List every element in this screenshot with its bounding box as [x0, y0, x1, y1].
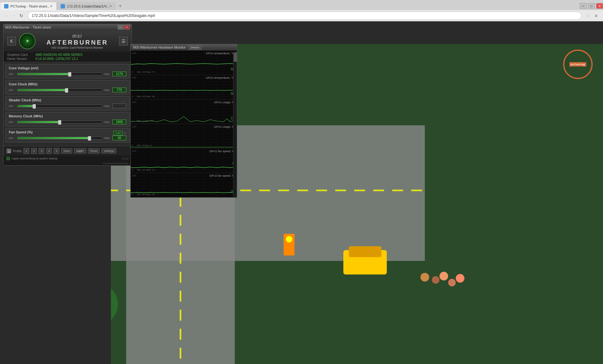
browser-minimize-button[interactable]: ─ [580, 3, 587, 9]
new-tab-button[interactable]: + [116, 2, 125, 10]
forward-button[interactable]: → [10, 12, 18, 19]
hw-detach-button[interactable]: Detach [188, 45, 202, 50]
afterburner-left-button[interactable]: K [7, 37, 16, 46]
driver-label: Driver Version [7, 57, 35, 61]
gpu1-usage-svg [131, 99, 237, 124]
startup-label: Apply overclocking at system startup [12, 157, 57, 160]
fan-speed-header-row: Fan Speed (%) Auto [9, 130, 126, 136]
ab-controls-area: Core Voltage (mV) Min Max 1174 Core Cloc… [3, 62, 132, 146]
browser-tabs: PCTuning - Titulni strani... ✕ 172.25.0.… [0, 0, 603, 10]
fan-speed-thumb[interactable] [88, 136, 91, 141]
settings-button[interactable]: Settings [101, 148, 116, 153]
shader-clock-min-label: Min [9, 104, 15, 108]
afterburner-minimize-button[interactable]: ─ [118, 25, 123, 29]
fan-speed-max-label: Max [104, 136, 111, 140]
core-clock-slider[interactable] [17, 89, 102, 91]
shader-clock-title: Shader Clock (MHz) [9, 98, 126, 102]
memory-clock-title: Memory Clock (MHz) [9, 114, 126, 118]
core-voltage-section: Core Voltage (mV) Min Max 1174 [5, 64, 130, 78]
powered-by: Powered by RivaTuner [3, 161, 132, 165]
afterburner-logo [19, 33, 35, 49]
msi-brand-text: msi [39, 33, 116, 39]
afterburner-info-bar: Graphics Card AMD RADEON HD 6800 SERIES … [3, 52, 132, 62]
gpu2-fan-svg [131, 173, 237, 197]
core-voltage-title: Core Voltage (mV) [9, 66, 126, 70]
memory-clock-slider[interactable] [17, 121, 102, 123]
profile-2-button[interactable]: 2 [31, 148, 37, 154]
svg-point-23 [432, 276, 439, 284]
address-bar[interactable]: 172.25.0.1/static/Data/1/Videos/Sample/T… [28, 12, 582, 20]
afterburner-right-button[interactable]: ☰ [119, 37, 128, 46]
profile-3-button[interactable]: 3 [39, 148, 44, 154]
fan-speed-slider[interactable] [17, 137, 102, 139]
core-voltage-max-label: Max [104, 72, 111, 76]
afterburner-brand: msi AFTERBURNER MSI Graphics Card Perfor… [39, 33, 116, 49]
hw-scroll-thumb[interactable] [234, 52, 237, 62]
shader-clock-slider[interactable] [17, 105, 102, 107]
svg-point-22 [421, 273, 429, 282]
afterburner-brand-sub: MSI Graphics Card Performance Booster [39, 46, 116, 49]
hw-monitor-titlebar: MSI Afterburner Hardware Monitor Detach [131, 44, 237, 51]
afterburner-header: K msi AFTERBURNER MSI Graphics Card Perf… [3, 30, 132, 52]
browser-chrome: PCTuning - Titulni strani... ✕ 172.25.0.… [0, 0, 603, 21]
memory-clock-thumb[interactable] [58, 120, 61, 125]
gpu2-usage-svg [131, 124, 237, 148]
memory-clock-fill [17, 121, 60, 123]
fan-speed-fill [17, 137, 90, 139]
apply-button[interactable]: ApplY [74, 148, 86, 153]
lock-icon[interactable] [7, 149, 11, 153]
profile-1-button[interactable]: 1 [24, 148, 29, 154]
shader-clock-section: Shader Clock (MHz) Min Max [5, 96, 130, 110]
pctuning-label: pctuning [569, 62, 586, 67]
fan-auto-button[interactable]: Auto [113, 131, 122, 135]
profile-4-button[interactable]: 4 [46, 148, 52, 154]
svg-rect-0 [8, 151, 10, 153]
afterburner-titlebar: MSI Afterburner - Titulni strani ─ ✕ [3, 24, 132, 30]
core-clock-slider-row: Min Max 775 [9, 88, 126, 92]
gpu1-usage-graph: 100 0 GPU1 usage, % 13 Min: 0 Max: 41 [131, 99, 237, 124]
browser-close-button[interactable]: ✕ [596, 3, 603, 9]
core-voltage-slider[interactable] [17, 73, 102, 75]
core-clock-thumb[interactable] [65, 88, 68, 93]
shader-clock-max-label: Max [104, 104, 111, 108]
startup-checkbox[interactable] [7, 157, 10, 160]
tab-label-2: 172.25.0.1/static/Data/1/V... [67, 4, 109, 8]
gpu1-temp-svg [131, 51, 237, 75]
svg-rect-6 [131, 173, 237, 197]
browser-tab-2[interactable]: 172.25.0.1/static/Data/1/V... ✕ [57, 2, 116, 10]
browser-menu-button[interactable]: ≡ [592, 12, 600, 19]
svg-point-25 [448, 279, 456, 286]
svg-rect-5 [131, 148, 237, 173]
graphics-card-value: AMD RADEON HD 6800 SERIES [35, 53, 83, 56]
tab-close-1[interactable]: ✕ [50, 4, 52, 8]
svg-point-26 [456, 274, 464, 283]
back-button[interactable]: ← [3, 12, 10, 19]
fan-skull-icon [124, 132, 126, 134]
browser-tab-1[interactable]: PCTuning - Titulni strani... ✕ [0, 2, 57, 10]
core-clock-min-label: Min [9, 88, 15, 92]
core-clock-title: Core Clock (MHz) [9, 82, 126, 86]
core-voltage-thumb[interactable] [68, 72, 71, 77]
core-clock-max-label: Max [104, 88, 111, 92]
memory-clock-min-label: Min [9, 120, 15, 124]
hw-monitor-scrollbar[interactable] [233, 52, 237, 197]
reset-button[interactable]: Reset [88, 148, 100, 153]
tab-close-2[interactable]: ✕ [109, 4, 112, 8]
gpu1-fan-svg [131, 148, 237, 173]
afterburner-close-button[interactable]: ✕ [124, 25, 130, 29]
address-text: 172.25.0.1/static/Data/1/Videos/Sample/T… [32, 13, 155, 18]
startup-row: Apply overclocking at system startup 2.1… [3, 156, 132, 161]
svg-rect-1 [131, 51, 237, 75]
profile-label: Profile [13, 149, 22, 153]
bookmark-button[interactable]: ☆ [584, 12, 592, 19]
refresh-button[interactable]: ↻ [18, 12, 25, 19]
memory-clock-max-label: Max [104, 120, 111, 124]
browser-restore-button[interactable]: □ [588, 3, 595, 9]
shader-clock-thumb[interactable] [33, 104, 36, 109]
profile-5-button[interactable]: 5 [54, 148, 59, 154]
fan-auto-label: Auto [115, 131, 121, 135]
driver-value: 9.14.10.0945. CATALYST 13.1 [35, 57, 78, 61]
save-button[interactable]: Save [61, 148, 72, 153]
page-content: MSI Afterburner - Titulni strani ─ ✕ K m… [0, 21, 603, 364]
core-voltage-min-label: Min [9, 72, 15, 76]
